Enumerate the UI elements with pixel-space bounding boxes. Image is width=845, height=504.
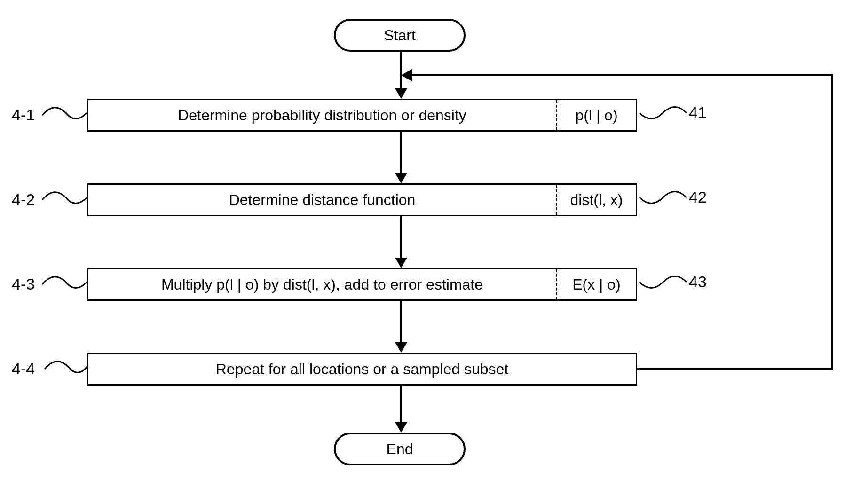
start-label: Start	[384, 27, 416, 44]
step-3-left-label: 4-3	[12, 275, 35, 293]
connector-left-3	[42, 273, 87, 296]
step-1-left-label: 4-1	[12, 106, 35, 124]
end-terminal: End	[334, 433, 466, 465]
connector-left-2	[42, 188, 87, 212]
arrow-4-to-end	[399, 386, 403, 433]
svg-marker-10	[401, 69, 412, 81]
connector-left-1	[42, 103, 87, 127]
start-terminal: Start	[334, 19, 466, 52]
step-2-left-label: 4-2	[12, 190, 35, 209]
loop-back-arrow	[400, 71, 837, 371]
svg-marker-9	[395, 422, 407, 433]
end-label: End	[387, 441, 413, 458]
step-4-left-label: 4-4	[12, 360, 35, 378]
connector-left-4	[45, 357, 87, 381]
